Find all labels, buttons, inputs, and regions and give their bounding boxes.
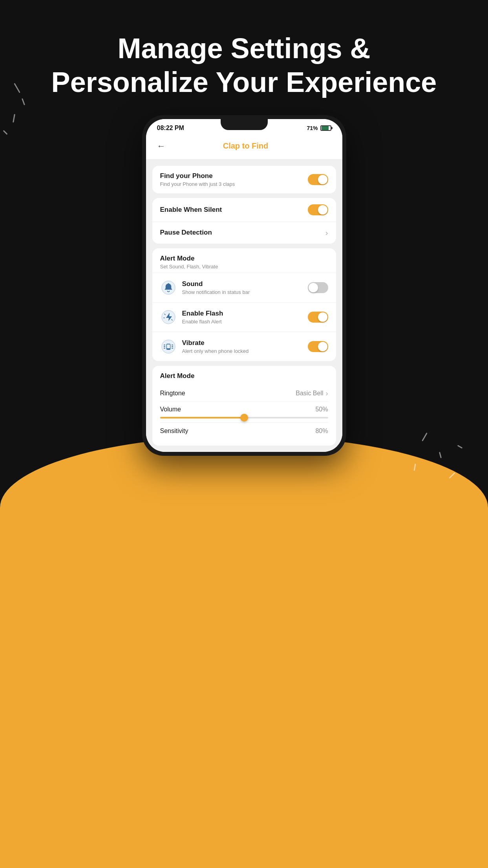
page-header: Manage Settings &Personalize Your Experi…	[0, 0, 488, 115]
ringtone-value-wrap: Basic Bell ›	[296, 389, 328, 398]
nav-title: Clap to Find	[169, 141, 323, 150]
battery-icon	[320, 125, 331, 131]
vibrate-row: Vibrate Alert only when phone locked	[152, 332, 336, 361]
find-phone-subtitle: Find your Phone with just 3 claps	[160, 181, 235, 187]
vibrate-toggle[interactable]	[308, 341, 328, 352]
sensitivity-row: Sensitivity 80%	[160, 423, 328, 439]
volume-slider-thumb[interactable]	[240, 414, 248, 422]
silent-pause-card: Enable When Silent Pause Detection ›	[152, 198, 336, 244]
alert-mode-header-title: Alert Mode	[160, 255, 328, 262]
top-nav: ← Clap to Find	[146, 135, 342, 160]
sound-info: Sound Show notification in status bar	[182, 280, 250, 295]
phone-mockup: 08:22 PM 71% ← Clap to Find	[0, 115, 488, 456]
volume-row: Volume 50%	[160, 402, 328, 423]
sound-toggle[interactable]	[308, 282, 328, 293]
vibrate-title: Vibrate	[182, 339, 249, 347]
back-button[interactable]: ←	[154, 139, 169, 153]
volume-value: 50%	[315, 406, 328, 413]
sound-toggle-knob	[309, 283, 318, 292]
svg-point-1	[168, 283, 169, 284]
flash-toggle[interactable]	[308, 312, 328, 323]
volume-header: Volume 50%	[160, 406, 328, 413]
vibrate-row-left: Vibrate Alert only when phone locked	[160, 338, 249, 355]
alert-mode-header-subtitle: Set Sound, Flash, Vibrate	[160, 264, 328, 270]
flash-row: Enable Flash Enable flash Alert	[152, 302, 336, 332]
phone-notch	[221, 119, 268, 130]
ringtone-section: Alert Mode Ringtone Basic Bell › Volume	[152, 366, 336, 446]
vibrate-icon-wrap	[160, 338, 177, 355]
page-title: Manage Settings &Personalize Your Experi…	[0, 31, 488, 99]
vibrate-info: Vibrate Alert only when phone locked	[182, 339, 249, 354]
flash-icon-wrap	[160, 309, 177, 325]
flash-info: Enable Flash Enable flash Alert	[182, 310, 223, 325]
vibrate-toggle-knob	[318, 342, 327, 351]
sound-icon-wrap	[160, 279, 177, 296]
sound-row: Sound Show notification in status bar	[152, 273, 336, 302]
find-phone-card: Find your Phone Find your Phone with jus…	[152, 166, 336, 193]
ringtone-label: Ringtone	[160, 390, 185, 397]
pause-detection-title: Pause Detection	[160, 229, 212, 237]
svg-point-15	[168, 349, 168, 350]
pause-detection-chevron: ›	[325, 228, 328, 237]
sound-title: Sound	[182, 280, 250, 288]
sound-subtitle: Show notification in status bar	[182, 289, 250, 295]
find-phone-row: Find your Phone Find your Phone with jus…	[152, 166, 336, 193]
find-phone-toggle[interactable]	[308, 174, 328, 185]
battery-percent: 71%	[307, 125, 318, 131]
phone-outer-frame: 08:22 PM 71% ← Clap to Find	[142, 115, 346, 456]
find-phone-title: Find your Phone	[160, 172, 235, 180]
enable-silent-title: Enable When Silent	[160, 206, 222, 214]
enable-silent-toggle[interactable]	[308, 204, 328, 215]
sound-row-left: Sound Show notification in status bar	[160, 279, 250, 296]
flash-subtitle: Enable flash Alert	[182, 319, 223, 325]
find-phone-toggle-knob	[318, 175, 327, 184]
flash-row-left: Enable Flash Enable flash Alert	[160, 309, 223, 325]
sensitivity-label: Sensitivity	[160, 428, 188, 435]
content-area: Find your Phone Find your Phone with jus…	[146, 160, 342, 452]
alert-mode-header: Alert Mode Set Sound, Flash, Vibrate	[152, 248, 336, 273]
flash-title: Enable Flash	[182, 310, 223, 317]
volume-slider-track[interactable]	[160, 417, 328, 418]
find-phone-info: Find your Phone Find your Phone with jus…	[160, 172, 235, 187]
pause-detection-row[interactable]: Pause Detection ›	[152, 222, 336, 244]
ringtone-chevron: ›	[326, 389, 328, 398]
flash-toggle-knob	[318, 312, 327, 322]
volume-label: Volume	[160, 406, 181, 413]
volume-slider-fill	[160, 417, 244, 418]
vibrate-subtitle: Alert only when phone locked	[182, 348, 249, 354]
ringtone-card: Alert Mode Ringtone Basic Bell › Volume	[152, 366, 336, 446]
battery-fill	[322, 126, 329, 130]
enable-silent-knob	[318, 205, 327, 215]
ringtone-value: Basic Bell	[296, 390, 323, 397]
phone-screen: 08:22 PM 71% ← Clap to Find	[146, 119, 342, 452]
status-time: 08:22 PM	[157, 125, 184, 132]
bell-icon	[161, 281, 175, 295]
ringtone-section-title: Alert Mode	[160, 372, 328, 380]
flash-icon	[161, 310, 175, 324]
enable-silent-row: Enable When Silent	[152, 198, 336, 222]
sensitivity-value: 80%	[315, 428, 328, 435]
vibrate-icon	[161, 339, 175, 354]
ringtone-row[interactable]: Ringtone Basic Bell ›	[160, 385, 328, 402]
svg-rect-8	[167, 344, 170, 348]
status-right: 71%	[307, 125, 331, 131]
alert-mode-card: Alert Mode Set Sound, Flash, Vibrate	[152, 248, 336, 361]
